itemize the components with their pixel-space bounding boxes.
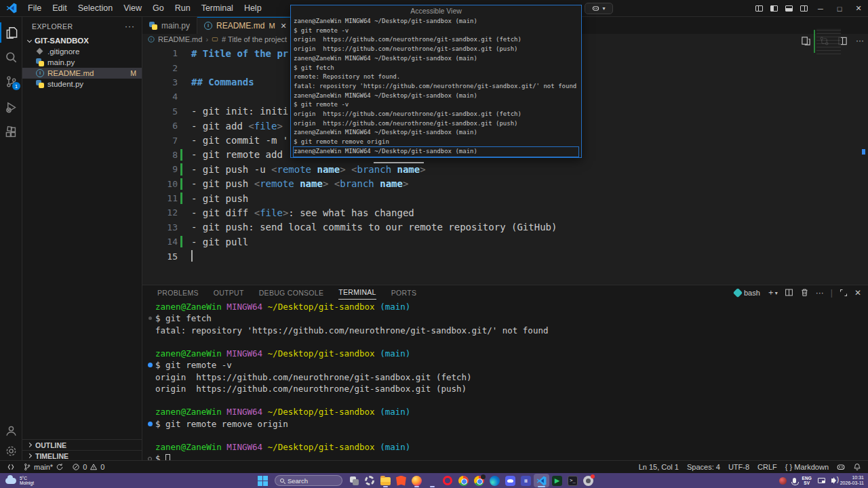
minimap[interactable] xyxy=(816,28,841,57)
eol[interactable]: CRLF xyxy=(753,461,781,474)
tab-README.md[interactable]: iREADME.mdM✕ xyxy=(197,17,294,34)
clock[interactable]: 10:31 2026-03-11 xyxy=(840,475,864,486)
file-README.md[interactable]: iREADME.mdM xyxy=(22,68,142,79)
editor-line-15[interactable]: 15 xyxy=(142,249,868,263)
problems-status[interactable]: 0 0 xyxy=(68,461,108,474)
command-decoration[interactable] xyxy=(148,363,153,367)
source-control-view-icon[interactable]: 1 xyxy=(0,71,22,92)
taskbar-opera-icon[interactable] xyxy=(440,474,456,487)
editor-line-14[interactable]: 14- git pull xyxy=(142,235,868,249)
taskbar-firefox-nightly-icon[interactable] xyxy=(425,474,440,487)
microphone-icon[interactable] xyxy=(793,478,796,483)
menu-edit[interactable]: Edit xyxy=(47,1,73,15)
toggle-sidebar-icon[interactable] xyxy=(766,0,781,17)
taskbar-teams-icon[interactable]: ii xyxy=(518,474,534,487)
customize-layout-icon[interactable] xyxy=(751,0,766,17)
taskbar-chrome-profile-icon[interactable] xyxy=(471,474,487,487)
close-tab-icon[interactable]: ✕ xyxy=(281,22,287,30)
accessible-view-overlay[interactable]: Accessible View zanen@ZaneWin MINGW64 ~/… xyxy=(290,5,582,158)
cast-icon[interactable] xyxy=(818,478,825,483)
search-view-icon[interactable] xyxy=(0,47,22,67)
file-main.py[interactable]: main.py xyxy=(22,57,142,68)
split-terminal-icon[interactable] xyxy=(785,288,793,297)
file-.gitignore[interactable]: .gitignore xyxy=(22,46,142,57)
minimize-button[interactable]: ─ xyxy=(811,0,830,17)
menu-terminal[interactable]: Terminal xyxy=(196,1,239,15)
menu-help[interactable]: Help xyxy=(239,1,267,15)
panel-more-actions-icon[interactable]: ··· xyxy=(816,288,824,298)
taskbar-terminal-icon[interactable]: >_ xyxy=(565,474,580,487)
taskbar-discord-icon[interactable] xyxy=(502,474,518,487)
panel-tab-terminal[interactable]: TERMINAL xyxy=(338,285,376,300)
taskbar-game-bar-icon[interactable] xyxy=(580,474,596,487)
encoding[interactable]: UTF-8 xyxy=(724,461,753,474)
menu-go[interactable]: Go xyxy=(147,1,170,15)
taskbar-edge-icon[interactable] xyxy=(487,474,502,487)
menu-view[interactable]: View xyxy=(118,1,147,15)
editor-line-12[interactable]: 12- git diff <file>: see what has change… xyxy=(142,205,868,220)
panel-tab-debug-console[interactable]: DEBUG CONSOLE xyxy=(259,285,324,300)
taskbar-firefox-icon[interactable] xyxy=(409,474,425,487)
accounts-icon[interactable] xyxy=(0,420,22,441)
command-decoration[interactable] xyxy=(148,422,153,426)
language-mode[interactable]: { } Markdown xyxy=(781,461,833,474)
new-terminal-icon[interactable]: ＋▾ xyxy=(767,287,778,298)
editor-line-11[interactable]: 11- git push xyxy=(142,191,868,205)
file-student.py[interactable]: student.py xyxy=(22,79,142,89)
settings-gear-icon[interactable] xyxy=(0,441,22,461)
outline-section[interactable]: OUTLINE xyxy=(22,439,142,450)
git-branch-status[interactable]: main* xyxy=(19,461,68,474)
panel-tab-problems[interactable]: PROBLEMS xyxy=(157,285,199,300)
start-button[interactable] xyxy=(258,476,268,486)
menu-run[interactable]: Run xyxy=(170,1,196,15)
editor-line-10[interactable]: 10- git push <remote name> <branch name> xyxy=(142,177,868,191)
editor-more-actions-icon[interactable]: ··· xyxy=(856,36,864,46)
explorer-root-folder[interactable]: GIT-SANDBOX xyxy=(22,35,142,46)
close-panel-icon[interactable]: ✕ xyxy=(854,288,861,298)
editor-line-9[interactable]: 9- git push -u <remote name> <branch nam… xyxy=(142,162,868,176)
toggle-panel-icon[interactable] xyxy=(781,0,796,17)
taskbar-chrome-icon[interactable] xyxy=(456,474,471,487)
kill-terminal-icon[interactable] xyxy=(800,288,809,297)
taskbar-settings-icon[interactable] xyxy=(362,474,378,487)
toggle-secondary-sidebar-icon[interactable] xyxy=(796,0,811,17)
maximize-button[interactable]: □ xyxy=(830,0,849,17)
indentation[interactable]: Spaces: 4 xyxy=(683,461,724,474)
menu-selection[interactable]: Selection xyxy=(73,1,118,15)
extensions-view-icon[interactable] xyxy=(0,122,22,142)
taskbar-task-view-icon[interactable] xyxy=(347,474,362,487)
copilot-status-icon[interactable] xyxy=(833,461,849,474)
breadcrumb[interactable]: i README.md › # Title of the project › xyxy=(148,35,303,43)
panel-tab-ports[interactable]: PORTS xyxy=(391,285,416,300)
taskbar-vscode-icon[interactable] xyxy=(534,474,549,487)
copilot-button[interactable]: ▾ xyxy=(585,3,613,14)
close-button[interactable]: ✕ xyxy=(849,0,868,17)
breadcrumb-file[interactable]: README.md xyxy=(158,35,202,43)
taskbar-search[interactable]: Search xyxy=(275,475,342,486)
remote-indicator[interactable] xyxy=(3,461,19,474)
maximize-panel-icon[interactable] xyxy=(840,289,848,297)
breadcrumb-symbol[interactable]: # Title of the project xyxy=(222,35,287,43)
explorer-view-icon[interactable] xyxy=(0,22,22,43)
taskbar-green-ide-icon[interactable]: ▶ xyxy=(549,474,565,487)
timeline-section[interactable]: TIMELINE xyxy=(22,450,142,461)
run-debug-view-icon[interactable] xyxy=(0,97,22,117)
panel-tab-output[interactable]: OUTPUT xyxy=(214,285,244,300)
taskbar-brave-icon[interactable] xyxy=(393,474,409,487)
notifications-bell-icon[interactable] xyxy=(849,461,865,474)
command-decoration[interactable] xyxy=(149,317,152,320)
taskbar-file-explorer-icon[interactable] xyxy=(378,474,393,487)
terminal-shell-selector[interactable]: bash xyxy=(734,289,760,297)
open-changes-icon[interactable] xyxy=(801,36,811,46)
weather-widget[interactable]: 5°C Molnigt xyxy=(5,476,34,485)
cursor-position[interactable]: Ln 15, Col 1 xyxy=(635,461,683,474)
editor-line-13[interactable]: 13- git push: send local commits to our … xyxy=(142,220,868,235)
accessible-view-title: Accessible View xyxy=(291,5,581,17)
volume-icon[interactable] xyxy=(831,479,834,483)
tray-app-icon[interactable] xyxy=(779,477,787,485)
tab-main.py[interactable]: main.py xyxy=(142,17,197,34)
terminal[interactable]: zanen@ZaneWin MINGW64 ~/Desktop/git-sand… xyxy=(155,301,548,465)
language-switcher[interactable]: ENGSV xyxy=(802,476,812,485)
menu-file[interactable]: File xyxy=(22,1,47,15)
explorer-more-actions-icon[interactable]: ··· xyxy=(125,22,135,31)
